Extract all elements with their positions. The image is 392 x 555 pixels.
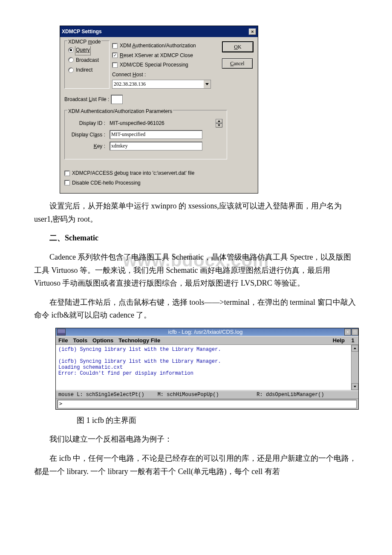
menu-technology-file[interactable]: Technology File — [118, 337, 160, 344]
spin-down-icon[interactable] — [216, 123, 222, 127]
broadcast-list-file-label: Broadcast List File : — [64, 95, 109, 104]
dialog-title-text: XDMCP Settings — [62, 27, 102, 36]
paragraph-library-explain: 在 icfb 中，任何一个电路，不论是已经存在的可以引用的库，还是用户新建立的一… — [34, 452, 358, 478]
xdmcp-mode-group: XDMCP mode Query Broadcast Indirect — [64, 40, 110, 89]
chk-reset-label: Reset XServer at XDMCP Close — [120, 51, 193, 60]
menu-window-number[interactable]: 1 — [350, 337, 356, 344]
dialog-titlebar[interactable]: XDMCP Settings × — [60, 26, 258, 37]
connect-host-combo[interactable] — [112, 80, 211, 89]
spin-up-icon[interactable] — [216, 119, 222, 123]
scroll-track[interactable] — [352, 352, 358, 383]
paragraph-cadence-intro: Cadence 系列软件包含了电路图工具 Schematic，晶体管级电路仿真工… — [34, 251, 358, 290]
radio-query-label: Query — [76, 46, 90, 54]
icfb-titlebar[interactable]: icfb - Log: /usr2/lxiaol/CDS.log • □ — [56, 328, 358, 336]
menu-tools[interactable]: Tools — [73, 337, 87, 344]
icfb-maximize-icon[interactable]: □ — [352, 329, 358, 335]
connect-host-label: Connect Host : — [112, 70, 212, 79]
status-mouse-r: R: ddsOpenLibManager() — [257, 392, 356, 398]
icfb-menubar: File Tools Options Technology File Help … — [56, 336, 358, 345]
log-line: (icfb) Syncing library list with the Lib… — [58, 358, 221, 364]
auth-params-group-label: XDM Authentication/Authorization Paramet… — [67, 107, 173, 116]
radio-query[interactable]: Query — [68, 46, 106, 54]
display-id-value: MIT-unspecified-961026 — [110, 119, 164, 127]
chk-special-label: XDM/CDE Special Processing — [120, 61, 188, 69]
menu-options[interactable]: Options — [92, 337, 113, 344]
paragraph-inverter-example: 我们以建立一个反相器电路为例子： — [34, 433, 358, 446]
log-line: Error: Couldn't find per display informa… — [58, 370, 193, 376]
display-class-input[interactable] — [110, 130, 202, 139]
paragraph-launch-icfb: 在登陆进工作站后，点击鼠标右键，选择 tools——>terminal，在弹出的… — [34, 296, 358, 322]
log-line: Loading schematic.cxt — [58, 364, 123, 370]
checkbox-icon: ✓ — [112, 52, 118, 58]
status-mouse-m: M: schHiMousePopUp() — [158, 392, 257, 398]
icfb-title-text: icfb - Log: /usr2/lxiaol/CDS.log — [67, 329, 344, 335]
log-line: (icfb) Syncing library list with the Lib… — [58, 347, 221, 353]
xdmcp-settings-dialog: XDMCP Settings × XDMCP mode Query Broadc… — [60, 26, 258, 194]
connect-host-input[interactable] — [112, 80, 203, 88]
cancel-button[interactable]: Cancel — [222, 58, 253, 69]
icfb-command-input[interactable]: > — [58, 400, 357, 408]
radio-icon — [68, 67, 74, 73]
icfb-status-bar: mouse L: schSingleSelectPt() M: schHiMou… — [56, 390, 358, 399]
checkbox-icon — [64, 171, 70, 176]
chk-special-processing[interactable]: XDM/CDE Special Processing — [112, 61, 212, 69]
chk-disable-cde-label: Disable CDE-hello Processing — [72, 179, 141, 187]
key-input[interactable] — [110, 142, 202, 150]
xdmcp-mode-group-label: XDMCP mode — [67, 38, 101, 46]
scroll-down-icon[interactable] — [352, 383, 358, 390]
display-id-label: Display ID : — [69, 119, 105, 127]
menu-help[interactable]: Help — [333, 337, 345, 344]
display-id-spinner[interactable] — [216, 119, 222, 127]
paragraph-settings-done: 设置完后，从开始菜单中运行 xwinpro 的 xsessions,应该就可以进… — [34, 199, 358, 225]
icfb-window: icfb - Log: /usr2/lxiaol/CDS.log • □ Fil… — [55, 328, 359, 410]
scroll-up-icon[interactable] — [352, 345, 358, 352]
radio-indirect[interactable]: Indirect — [68, 66, 106, 74]
auth-params-group: XDM Authentication/Authorization Paramet… — [64, 110, 227, 159]
radio-broadcast-label: Broadcast — [76, 56, 99, 64]
system-menu-icon[interactable] — [57, 329, 66, 335]
dropdown-icon[interactable] — [203, 80, 210, 88]
ok-button[interactable]: OK — [222, 41, 254, 52]
chk-debug-trace[interactable]: XDMCP/ACCESS debug trace into 'c:\xserve… — [64, 169, 254, 177]
status-mouse-l: mouse L: schSingleSelectPt() — [58, 392, 158, 398]
key-label: Key : — [69, 142, 105, 150]
chk-xdm-auth-label: XDM Authentication/Authorization — [120, 41, 196, 50]
icfb-log-area: (icfb) Syncing library list with the Lib… — [56, 345, 358, 390]
chk-xdm-auth[interactable]: XDM Authentication/Authorization — [112, 41, 212, 50]
checkbox-icon — [64, 180, 70, 185]
radio-broadcast[interactable]: Broadcast — [68, 56, 106, 64]
display-class-label: Display Class : — [69, 130, 105, 139]
chk-reset-xserver[interactable]: ✓ Reset XServer at XDMCP Close — [112, 51, 212, 60]
checkbox-icon — [112, 62, 118, 68]
close-icon[interactable]: × — [249, 29, 256, 35]
heading-schematic: 二、Schematic — [34, 231, 358, 245]
icfb-command-area: > — [56, 399, 358, 409]
icfb-dot-icon[interactable]: • — [344, 329, 351, 335]
radio-indirect-label: Indirect — [76, 66, 92, 74]
menu-file[interactable]: File — [58, 337, 68, 344]
radio-icon — [68, 57, 74, 63]
checkbox-icon — [112, 43, 118, 49]
icfb-scrollbar[interactable] — [351, 345, 358, 390]
chk-disable-cde[interactable]: Disable CDE-hello Processing — [64, 179, 254, 187]
radio-icon — [68, 47, 74, 53]
chk-debug-trace-label: XDMCP/ACCESS debug trace into 'c:\xserve… — [72, 169, 194, 177]
figure-1-caption: 图 1 icfb 的主界面 — [77, 414, 358, 427]
broadcast-list-file-input[interactable] — [111, 95, 123, 104]
